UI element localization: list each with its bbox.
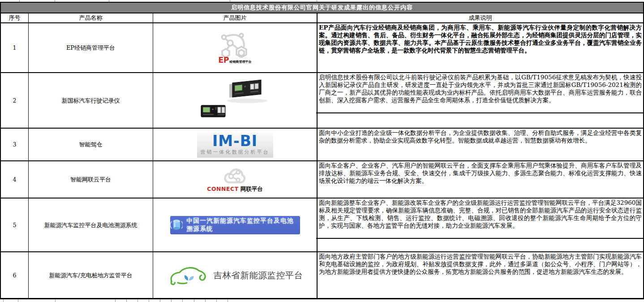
gridline-tick	[160, 299, 160, 302]
ep-logo: EP 经销商管理平台	[215, 32, 256, 64]
cell-inner-border	[316, 112, 644, 113]
gridline-tick	[109, 0, 109, 2]
battery-icon	[170, 218, 183, 232]
spreadsheet-table: 启明信息技术股份有限公司官网关于研发成果露出的信息公开内容 序号 产品名称 产品…	[0, 0, 644, 302]
imbi-logo: IM-BI 营销一体化数据分析平台	[197, 131, 273, 158]
gridline-tick	[216, 299, 217, 302]
table-header-row: 序号 产品名称 产品图片 成果说明	[0, 13, 644, 23]
gridline-tick	[3, 299, 4, 302]
imbi-subtitle: 营销一体化数据分析平台	[201, 149, 270, 155]
header-desc: 成果说明	[318, 13, 643, 22]
table-row: 4 智能网联云平台 CONNECT 网联平台 面向车企	[0, 161, 644, 198]
product-image: EP 经销商管理平台	[153, 23, 318, 72]
gridline-tick	[55, 299, 56, 302]
ep-label-cn: 经销商管理平台	[230, 60, 252, 64]
gridline-tick	[194, 299, 194, 302]
ep-network-icon	[215, 32, 256, 58]
table-row: 3 智能驾仓 IM-BI 营销一体化数据分析平台 面向中小企业打造的企业级一体化…	[0, 129, 644, 161]
connect-logo: CONNECT 网联平台	[207, 166, 262, 193]
result-description: 面向中小企业打造的企业级一体化数据分析平台，为企业提供数据收集、治理、分析自助式…	[318, 129, 643, 160]
product-image: 吉林省新能源监控平台	[153, 252, 318, 298]
table-row: 1 EP经销商管理平台	[0, 23, 644, 73]
header-no: 序号	[1, 13, 29, 22]
row-number: 5	[1, 198, 29, 251]
product-image: 中国一汽新能源汽车监控平台及电池溯源系统	[153, 198, 318, 251]
header-name: 产品名称	[29, 13, 153, 22]
table-title-bar: 启明信息技术股份有限公司官网关于研发成果露出的信息公开内容	[0, 2, 644, 13]
product-name: 新能源汽车监控平台及电池溯源系统	[29, 198, 153, 251]
product-name: 新能源汽车/充电桩地方监管平台	[29, 252, 153, 298]
product-image: IM-BI 营销一体化数据分析平台	[153, 129, 318, 160]
connect-label-en: CONNECT	[207, 186, 238, 192]
result-description-text: 面向新能源整车企业客户、新能源改装车企业客户的企业级新能源运行运营监控管理智能网…	[319, 199, 642, 229]
result-description: 面向车企客户、企业客户、汽车用户的智能网联云平台，全面支撑车企乘用车用户驾乘体验…	[318, 161, 643, 198]
row-number: 2	[1, 73, 29, 128]
header-image: 产品图片	[153, 13, 318, 22]
row-number: 3	[1, 129, 29, 160]
product-name: 新国标汽车行驶记录仪	[29, 73, 153, 128]
gridline-tick	[115, 299, 116, 302]
imbi-title: IM-BI	[212, 134, 258, 148]
result-description-text: 启明信息技术股份有限公司以北斗前装行驶记录仪前装产品积累为基础，以GB/T190…	[319, 73, 642, 104]
jilin-label: 吉林省新能源监控平台	[214, 269, 303, 281]
gridline-tick	[137, 299, 138, 302]
gridline-tick	[230, 0, 230, 2]
result-description: 启明信息技术股份有限公司以北斗前装行驶记录仪前装产品积累为基础，以GB/T190…	[318, 73, 643, 128]
gridline-tick	[126, 299, 127, 302]
table-row: 6 新能源汽车/充电桩地方监管平台 吉林省新能源监控平台 面向地方政府主管部门客…	[0, 252, 644, 299]
ep-label-en: EP	[218, 57, 229, 63]
result-description: EP产品面向汽车行业经销商及经销商集团，为商用车、乘用车、新能源等汽车行业伙伴量…	[318, 23, 643, 72]
gridline-tick	[18, 299, 18, 302]
jilin-logo: 吉林省新能源监控平台	[167, 263, 303, 287]
gridline-tick	[182, 299, 183, 302]
table-title: 启明信息技术股份有限公司官网关于研发成果露出的信息公开内容	[231, 4, 413, 12]
gridline-ticks-top	[0, 0, 644, 2]
result-description: 面向地方政府主管部门客户的地方级新能源运行运营监控管理智能网联云平台，协助新能源…	[318, 252, 643, 298]
connect-label-cn: 网联平台	[240, 186, 263, 193]
table-row: 2 新国标汽车行驶记录仪	[0, 73, 644, 129]
faw-monitoring-banner: 中国一汽新能源汽车监控平台及电池溯源系统	[170, 216, 300, 234]
row-number: 1	[1, 23, 29, 72]
product-name: 智能驾仓	[29, 129, 153, 160]
product-name: 智能网联云平台	[29, 161, 153, 198]
gridline-ticks-bottom	[0, 299, 644, 302]
gridline-tick	[205, 299, 206, 302]
green-car-leaf-icon	[167, 263, 208, 287]
product-image	[153, 73, 318, 128]
gridline-tick	[317, 0, 317, 2]
gridline-tick	[149, 299, 149, 302]
ep-caption: EP 经销商管理平台	[218, 57, 251, 64]
result-description: 面向新能源整车企业客户、新能源改装车企业客户的企业级新能源运行运营监控管理智能网…	[318, 198, 643, 251]
faw-banner-text: 中国一汽新能源汽车监控平台及电池溯源系统	[186, 217, 300, 233]
gridline-tick	[19, 0, 20, 2]
cloud-network-icon	[223, 166, 248, 186]
connect-caption: CONNECT 网联平台	[207, 186, 262, 193]
product-image: CONNECT 网联平台	[153, 161, 318, 198]
gridline-tick	[228, 299, 228, 302]
recorder-devices-image	[196, 79, 274, 122]
table-row: 5 新能源汽车监控平台及电池溯源系统 中国一汽新能源汽车监控平台及电池溯源系统 …	[0, 198, 644, 252]
gridline-tick	[55, 0, 55, 2]
product-name: EP经销商管理平台	[29, 23, 153, 72]
cell-inner-border	[316, 238, 644, 239]
gridline-tick	[171, 299, 172, 302]
row-number: 6	[1, 252, 29, 298]
row-number: 4	[1, 161, 29, 198]
